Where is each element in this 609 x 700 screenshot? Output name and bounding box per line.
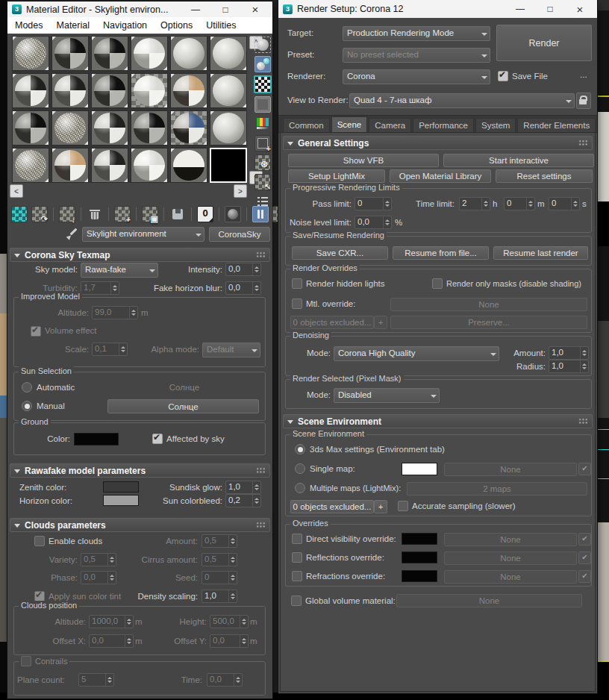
- make-unique-icon[interactable]: [142, 206, 158, 222]
- make-preview-icon[interactable]: [254, 135, 271, 151]
- material-slot[interactable]: [170, 148, 207, 183]
- save-cxr-button[interactable]: Save CXR...: [292, 246, 388, 260]
- spinner-arrows-icon[interactable]: [252, 263, 260, 275]
- material-slot[interactable]: [51, 36, 89, 71]
- menu-utilities[interactable]: Utilities: [206, 20, 236, 31]
- material-slot[interactable]: [51, 148, 89, 183]
- tab-render-elements[interactable]: Render Elements: [517, 118, 596, 132]
- scroll-right-button[interactable]: >: [234, 184, 247, 198]
- resume-last-render-button[interactable]: Resume last render: [493, 246, 588, 260]
- close-button[interactable]: ×: [567, 3, 593, 16]
- material-slot[interactable]: [170, 36, 207, 71]
- material-slot[interactable]: [131, 148, 168, 183]
- spinner-arrows-icon[interactable]: [252, 481, 260, 493]
- mtl-override-none-button[interactable]: None: [390, 298, 587, 311]
- ground-color-swatch[interactable]: [74, 433, 119, 446]
- menu-material[interactable]: Material: [57, 20, 90, 31]
- env-add-excluded-button[interactable]: +: [374, 500, 387, 513]
- sample-type-icon[interactable]: [254, 37, 271, 53]
- material-slot[interactable]: [91, 73, 128, 108]
- direct-visibility-color-swatch[interactable]: [402, 533, 437, 545]
- lock-view-button[interactable]: [576, 93, 591, 109]
- tab-scene[interactable]: Scene: [331, 116, 368, 132]
- add-excluded-button[interactable]: +: [374, 316, 387, 329]
- refractions-color-swatch[interactable]: [402, 570, 437, 582]
- put-to-library-icon[interactable]: [169, 206, 186, 222]
- menu-options[interactable]: Options: [160, 20, 193, 31]
- preset-dropdown[interactable]: No preset selected: [343, 48, 490, 63]
- minimize-button[interactable]: —: [183, 4, 208, 15]
- get-material-icon[interactable]: [11, 206, 28, 222]
- target-dropdown[interactable]: Production Rendering Mode: [343, 26, 490, 41]
- material-slot[interactable]: [170, 73, 207, 108]
- multiple-maps-radio[interactable]: [295, 483, 305, 493]
- material-slot[interactable]: [12, 36, 49, 71]
- time-limit-m-spinner[interactable]: 0: [504, 197, 535, 210]
- refractions-none-button[interactable]: None: [444, 570, 577, 584]
- rollout-general-settings[interactable]: General Settings: [283, 136, 593, 150]
- affected-by-sky-checkbox[interactable]: [152, 434, 163, 444]
- spinner-arrows-icon[interactable]: [580, 360, 588, 372]
- direct-visibility-enable-button[interactable]: ✔: [578, 533, 591, 546]
- sky-model-dropdown[interactable]: Rawa-fake: [81, 263, 158, 278]
- menu-navigation[interactable]: Navigation: [103, 20, 147, 31]
- material-slot[interactable]: [12, 110, 49, 146]
- spinner-arrows-icon[interactable]: [571, 198, 579, 210]
- fake-horizon-blur-spinner[interactable]: 0,0: [225, 281, 261, 295]
- sample-spheres-icon[interactable]: [254, 56, 271, 72]
- single-map-none-button[interactable]: None: [444, 463, 577, 476]
- put-material-to-scene-icon[interactable]: [31, 206, 48, 222]
- maximize-button[interactable]: □: [213, 4, 238, 15]
- tab-common[interactable]: Common: [283, 118, 330, 132]
- pass-limit-spinner[interactable]: 0: [355, 197, 392, 210]
- renderer-dropdown[interactable]: Corona: [343, 69, 490, 84]
- reflections-enable-button[interactable]: ✔: [578, 551, 591, 564]
- spinner-arrows-icon[interactable]: [580, 347, 588, 359]
- material-slot[interactable]: [131, 110, 168, 146]
- spinner-arrows-icon[interactable]: [252, 495, 260, 507]
- material-slot[interactable]: [91, 148, 128, 183]
- backlight-icon[interactable]: [254, 96, 271, 113]
- close-button[interactable]: ×: [243, 3, 268, 16]
- reflections-color-swatch[interactable]: [402, 551, 437, 563]
- material-slot[interactable]: [51, 73, 89, 108]
- render-only-masks-checkbox[interactable]: [432, 278, 443, 289]
- setup-lightmix-button[interactable]: Setup LightMix: [288, 169, 385, 183]
- direct-visibility-none-button[interactable]: None: [444, 533, 577, 546]
- save-file-more-button[interactable]: ...: [580, 70, 587, 79]
- sample-uv-tiling-icon[interactable]: [254, 116, 271, 132]
- single-map-color-swatch[interactable]: [402, 463, 437, 475]
- spinner-arrows-icon[interactable]: [526, 198, 534, 210]
- intensity-spinner[interactable]: 0,0: [225, 263, 261, 276]
- spinner-arrows-icon[interactable]: [481, 198, 490, 210]
- sundisk-glow-spinner[interactable]: 1,0: [225, 481, 261, 494]
- zenith-color-swatch[interactable]: [103, 481, 139, 493]
- multiple-maps-button[interactable]: 2 maps: [407, 482, 587, 496]
- mtl-override-checkbox[interactable]: [292, 299, 302, 309]
- global-volume-material-checkbox[interactable]: [291, 596, 302, 606]
- rollout-rawafake-parameters[interactable]: Rawafake model parameters: [10, 463, 270, 478]
- pick-material-eyedropper-icon[interactable]: [67, 228, 78, 240]
- material-editor-titlebar[interactable]: 3 Material Editor - Skylight environ... …: [7, 1, 272, 17]
- material-slot-selected[interactable]: [210, 148, 247, 183]
- denoise-mode-dropdown[interactable]: Corona High Quality: [334, 346, 499, 361]
- material-slot[interactable]: [51, 110, 89, 146]
- enable-clouds-checkbox[interactable]: [34, 536, 45, 546]
- sun-pick-button[interactable]: Солнце: [107, 399, 259, 413]
- select-by-material-icon[interactable]: [254, 174, 271, 190]
- preserve-button[interactable]: Preserve...: [390, 316, 587, 329]
- env-objects-excluded-button[interactable]: 0 objects excluded...: [290, 500, 374, 513]
- render-hidden-lights-checkbox[interactable]: [292, 278, 302, 289]
- global-volume-none-button[interactable]: None: [396, 594, 582, 607]
- objects-excluded-button[interactable]: 0 objects excluded...: [290, 316, 374, 329]
- material-slot[interactable]: [170, 110, 207, 146]
- menu-modes[interactable]: Modes: [15, 20, 43, 31]
- start-interactive-button[interactable]: Start interactive: [443, 154, 594, 167]
- direct-visibility-override-checkbox[interactable]: [292, 534, 302, 544]
- scroll-left-button[interactable]: <: [10, 184, 23, 198]
- tab-camera[interactable]: Camera: [369, 118, 411, 132]
- time-limit-h-spinner[interactable]: 2: [459, 197, 490, 210]
- accurate-sampling-checkbox[interactable]: [398, 501, 408, 511]
- noise-level-limit-spinner[interactable]: 0,0: [355, 216, 392, 229]
- spinner-arrows-icon[interactable]: [383, 198, 391, 210]
